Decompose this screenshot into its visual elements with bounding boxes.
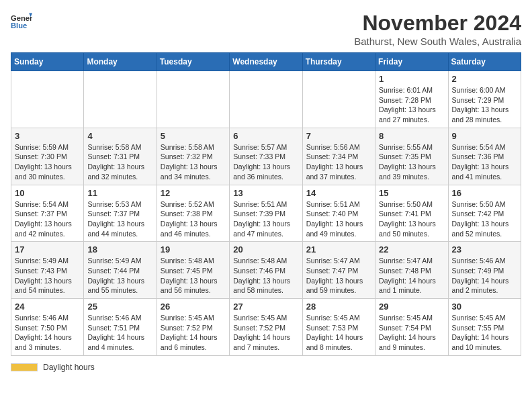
day-number: 4 <box>87 131 152 141</box>
calendar-week-1: 3Sunrise: 5:59 AM Sunset: 7:30 PM Daylig… <box>11 128 521 185</box>
calendar-cell <box>157 71 229 128</box>
day-info: Sunrise: 5:49 AM Sunset: 7:44 PM Dayligh… <box>87 256 152 295</box>
calendar-cell: 4Sunrise: 5:58 AM Sunset: 7:31 PM Daylig… <box>84 128 157 185</box>
calendar-header-thursday: Thursday <box>302 53 375 71</box>
calendar-cell: 24Sunrise: 5:46 AM Sunset: 7:50 PM Dayli… <box>11 299 84 356</box>
calendar-header-tuesday: Tuesday <box>157 53 229 71</box>
day-number: 2 <box>452 74 517 84</box>
day-info: Sunrise: 5:48 AM Sunset: 7:45 PM Dayligh… <box>161 256 226 295</box>
day-info: Sunrise: 5:57 AM Sunset: 7:33 PM Dayligh… <box>233 142 298 182</box>
day-number: 8 <box>379 131 444 141</box>
logo-svg: General Blue <box>11 11 32 35</box>
calendar-cell: 30Sunrise: 5:45 AM Sunset: 7:55 PM Dayli… <box>448 299 521 356</box>
day-number: 21 <box>306 244 371 255</box>
day-info: Sunrise: 5:46 AM Sunset: 7:50 PM Dayligh… <box>15 313 80 353</box>
day-number: 26 <box>161 302 226 312</box>
day-number: 17 <box>15 244 80 255</box>
calendar-cell: 7Sunrise: 5:56 AM Sunset: 7:34 PM Daylig… <box>302 128 375 185</box>
footer: Daylight hours <box>11 363 521 372</box>
day-number: 25 <box>87 302 152 312</box>
calendar-cell <box>11 71 84 128</box>
calendar-cell <box>230 71 302 128</box>
day-number: 9 <box>452 131 517 141</box>
calendar-week-2: 10Sunrise: 5:54 AM Sunset: 7:37 PM Dayli… <box>11 185 521 242</box>
day-number: 20 <box>233 244 298 255</box>
day-info: Sunrise: 5:45 AM Sunset: 7:53 PM Dayligh… <box>306 313 371 353</box>
day-number: 7 <box>306 131 371 141</box>
calendar-cell: 6Sunrise: 5:57 AM Sunset: 7:33 PM Daylig… <box>230 128 302 185</box>
calendar-header-friday: Friday <box>375 53 448 71</box>
calendar-cell: 12Sunrise: 5:52 AM Sunset: 7:38 PM Dayli… <box>157 185 229 242</box>
page-header: General Blue November 2024 Bathurst, New… <box>11 11 521 47</box>
calendar-cell: 3Sunrise: 5:59 AM Sunset: 7:30 PM Daylig… <box>11 128 84 185</box>
calendar-cell: 22Sunrise: 5:47 AM Sunset: 7:48 PM Dayli… <box>375 242 448 299</box>
day-info: Sunrise: 6:01 AM Sunset: 7:28 PM Dayligh… <box>379 85 444 125</box>
day-info: Sunrise: 5:45 AM Sunset: 7:54 PM Dayligh… <box>379 313 444 353</box>
calendar-cell: 18Sunrise: 5:49 AM Sunset: 7:44 PM Dayli… <box>84 242 157 299</box>
calendar-cell: 16Sunrise: 5:50 AM Sunset: 7:42 PM Dayli… <box>448 185 521 242</box>
daylight-bar-icon <box>11 363 38 371</box>
calendar-cell: 9Sunrise: 5:54 AM Sunset: 7:36 PM Daylig… <box>448 128 521 185</box>
calendar-week-0: 1Sunrise: 6:01 AM Sunset: 7:28 PM Daylig… <box>11 71 521 128</box>
day-info: Sunrise: 5:45 AM Sunset: 7:55 PM Dayligh… <box>452 313 517 353</box>
calendar-cell: 10Sunrise: 5:54 AM Sunset: 7:37 PM Dayli… <box>11 185 84 242</box>
calendar-header-saturday: Saturday <box>448 53 521 71</box>
calendar-cell: 20Sunrise: 5:48 AM Sunset: 7:46 PM Dayli… <box>230 242 302 299</box>
calendar-cell: 27Sunrise: 5:45 AM Sunset: 7:52 PM Dayli… <box>230 299 302 356</box>
day-info: Sunrise: 5:49 AM Sunset: 7:43 PM Dayligh… <box>15 256 80 295</box>
day-info: Sunrise: 5:52 AM Sunset: 7:38 PM Dayligh… <box>161 199 226 239</box>
day-number: 1 <box>379 74 444 84</box>
svg-text:General: General <box>11 14 32 22</box>
day-info: Sunrise: 5:51 AM Sunset: 7:39 PM Dayligh… <box>233 199 298 239</box>
day-info: Sunrise: 5:58 AM Sunset: 7:32 PM Dayligh… <box>161 142 226 182</box>
calendar-cell: 15Sunrise: 5:50 AM Sunset: 7:41 PM Dayli… <box>375 185 448 242</box>
day-number: 12 <box>161 188 226 198</box>
svg-text:Blue: Blue <box>11 21 27 30</box>
calendar-header-sunday: Sunday <box>11 53 84 71</box>
calendar-cell: 1Sunrise: 6:01 AM Sunset: 7:28 PM Daylig… <box>375 71 448 128</box>
day-info: Sunrise: 5:55 AM Sunset: 7:35 PM Dayligh… <box>379 142 444 182</box>
calendar-cell: 13Sunrise: 5:51 AM Sunset: 7:39 PM Dayli… <box>230 185 302 242</box>
logo: General Blue <box>11 11 32 35</box>
calendar-cell: 28Sunrise: 5:45 AM Sunset: 7:53 PM Dayli… <box>302 299 375 356</box>
day-number: 5 <box>161 131 226 141</box>
calendar-week-4: 24Sunrise: 5:46 AM Sunset: 7:50 PM Dayli… <box>11 299 521 356</box>
calendar-week-3: 17Sunrise: 5:49 AM Sunset: 7:43 PM Dayli… <box>11 242 521 299</box>
day-info: Sunrise: 5:48 AM Sunset: 7:46 PM Dayligh… <box>233 256 298 295</box>
day-info: Sunrise: 5:47 AM Sunset: 7:48 PM Dayligh… <box>379 256 444 295</box>
day-number: 24 <box>15 302 80 312</box>
calendar-cell: 14Sunrise: 5:51 AM Sunset: 7:40 PM Dayli… <box>302 185 375 242</box>
calendar-cell: 21Sunrise: 5:47 AM Sunset: 7:47 PM Dayli… <box>302 242 375 299</box>
day-info: Sunrise: 5:53 AM Sunset: 7:37 PM Dayligh… <box>87 199 152 239</box>
calendar-cell: 19Sunrise: 5:48 AM Sunset: 7:45 PM Dayli… <box>157 242 229 299</box>
calendar-cell <box>302 71 375 128</box>
calendar-cell: 23Sunrise: 5:46 AM Sunset: 7:49 PM Dayli… <box>448 242 521 299</box>
day-info: Sunrise: 5:50 AM Sunset: 7:42 PM Dayligh… <box>452 199 517 239</box>
day-number: 19 <box>161 244 226 255</box>
day-info: Sunrise: 5:50 AM Sunset: 7:41 PM Dayligh… <box>379 199 444 239</box>
title-block: November 2024 Bathurst, New South Wales,… <box>354 11 521 47</box>
calendar-cell: 26Sunrise: 5:45 AM Sunset: 7:52 PM Dayli… <box>157 299 229 356</box>
day-info: Sunrise: 5:56 AM Sunset: 7:34 PM Dayligh… <box>306 142 371 182</box>
month-title: November 2024 <box>354 11 521 36</box>
day-number: 10 <box>15 188 80 198</box>
day-number: 30 <box>452 302 517 312</box>
day-info: Sunrise: 6:00 AM Sunset: 7:29 PM Dayligh… <box>452 85 517 125</box>
calendar-header-row: SundayMondayTuesdayWednesdayThursdayFrid… <box>11 53 521 71</box>
day-number: 28 <box>306 302 371 312</box>
day-info: Sunrise: 5:45 AM Sunset: 7:52 PM Dayligh… <box>233 313 298 353</box>
day-number: 15 <box>379 188 444 198</box>
day-info: Sunrise: 5:51 AM Sunset: 7:40 PM Dayligh… <box>306 199 371 239</box>
day-number: 27 <box>233 302 298 312</box>
day-number: 16 <box>452 188 517 198</box>
calendar-cell <box>84 71 157 128</box>
day-number: 11 <box>87 188 152 198</box>
day-number: 14 <box>306 188 371 198</box>
day-number: 22 <box>379 244 444 255</box>
day-number: 6 <box>233 131 298 141</box>
calendar-cell: 29Sunrise: 5:45 AM Sunset: 7:54 PM Dayli… <box>375 299 448 356</box>
calendar-cell: 11Sunrise: 5:53 AM Sunset: 7:37 PM Dayli… <box>84 185 157 242</box>
day-info: Sunrise: 5:47 AM Sunset: 7:47 PM Dayligh… <box>306 256 371 295</box>
calendar-cell: 17Sunrise: 5:49 AM Sunset: 7:43 PM Dayli… <box>11 242 84 299</box>
calendar-cell: 8Sunrise: 5:55 AM Sunset: 7:35 PM Daylig… <box>375 128 448 185</box>
